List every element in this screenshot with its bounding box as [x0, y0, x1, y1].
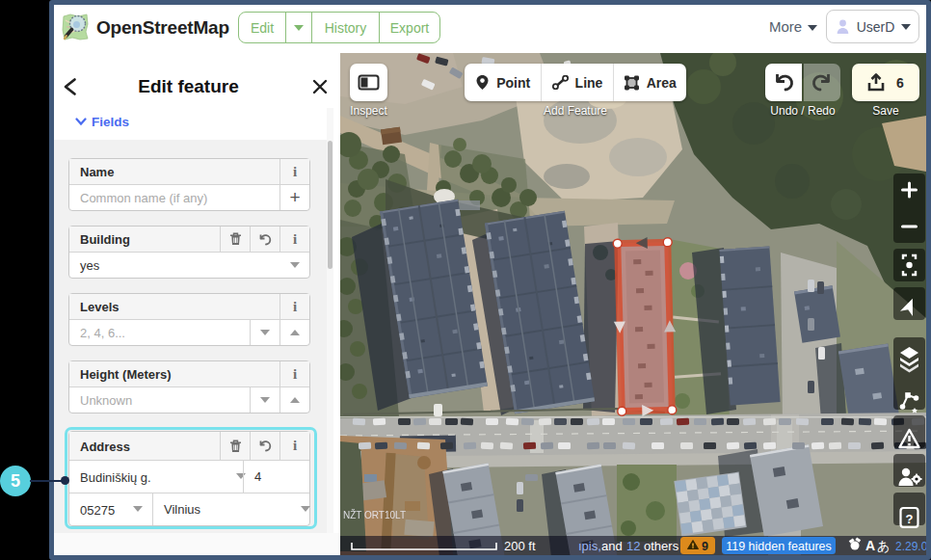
svg-text:9: 9 [702, 540, 708, 553]
svg-text:and: and [601, 539, 623, 553]
svg-text:200 ft: 200 ft [504, 539, 536, 553]
svg-text:2.29.0: 2.29.0 [895, 540, 926, 553]
svg-text:ıpis,: ıpis, [578, 539, 601, 553]
svg-text:12: 12 [626, 539, 640, 553]
svg-text:A: A [865, 538, 875, 553]
svg-text:あ: あ [877, 539, 890, 553]
svg-text:?: ? [906, 512, 914, 526]
svg-text:119 hidden features: 119 hidden features [726, 540, 832, 553]
svg-text:others: others [644, 539, 679, 553]
